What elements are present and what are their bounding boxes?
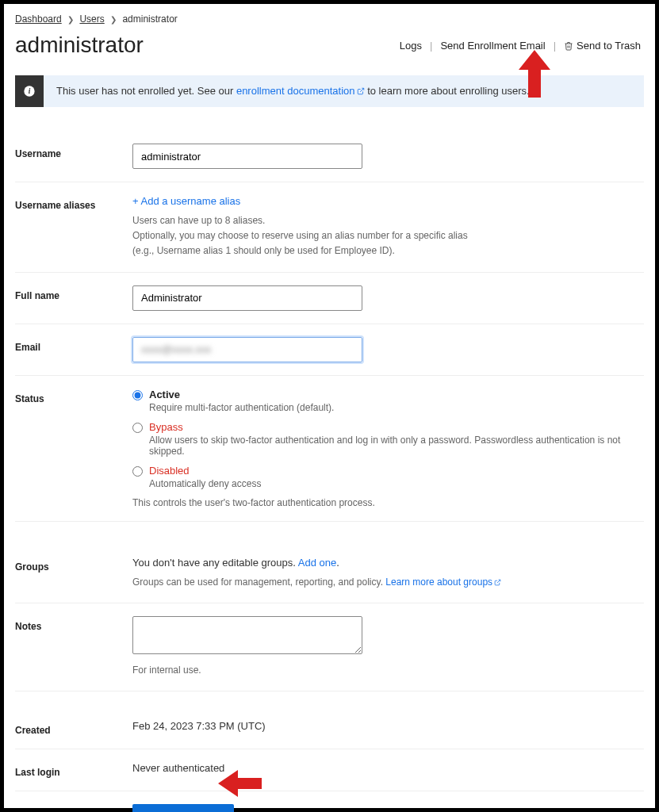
fullname-input[interactable]: [132, 285, 362, 311]
email-input-value-masked: xxxx@xxxx.xxx: [141, 343, 211, 355]
annotation-arrow-up: [519, 50, 550, 98]
page-title: administrator: [15, 33, 144, 58]
username-label: Username: [15, 144, 132, 159]
notes-help-text: For internal use.: [132, 663, 644, 678]
status-disabled-radio[interactable]: [132, 466, 143, 477]
groups-learn-more-link[interactable]: Learn more about groups: [385, 576, 501, 588]
breadcrumb-dashboard[interactable]: Dashboard: [15, 13, 62, 25]
annotation-arrow-right: [218, 770, 262, 797]
last-login-value: Never authenticated: [132, 762, 644, 774]
breadcrumb: Dashboard ❯ Users ❯ administrator: [15, 13, 644, 25]
send-to-trash-link[interactable]: Send to Trash: [561, 40, 644, 52]
breadcrumb-current: administrator: [122, 13, 177, 25]
svg-marker-4: [519, 50, 550, 98]
external-link-icon: [357, 87, 365, 95]
status-active-label: Active: [149, 389, 334, 400]
email-label: Email: [15, 337, 132, 353]
breadcrumb-users[interactable]: Users: [79, 13, 104, 25]
created-label: Created: [15, 720, 132, 736]
aliases-help-text: Users can have up to 8 aliases. Optional…: [132, 213, 644, 259]
external-link-icon: [494, 579, 501, 586]
info-icon: i: [15, 75, 44, 107]
status-active-radio[interactable]: [132, 390, 143, 400]
groups-help-prefix: Groups can be used for management, repor…: [132, 576, 385, 588]
chevron-right-icon: ❯: [110, 15, 117, 24]
groups-add-one-link[interactable]: Add one: [298, 557, 336, 569]
chevron-right-icon: ❯: [67, 15, 74, 24]
svg-line-3: [497, 580, 500, 583]
created-value: Feb 24, 2023 7:33 PM (UTC): [132, 720, 644, 732]
banner-text-suffix: to learn more about enrolling users.: [367, 85, 530, 97]
save-changes-button[interactable]: Save Changes: [132, 804, 234, 812]
plus-icon: +: [132, 195, 139, 207]
status-active-desc: Require multi-factor authentication (def…: [149, 402, 334, 413]
add-username-alias-link[interactable]: + Add a username alias: [132, 195, 644, 207]
status-bypass-desc: Allow users to skip two-factor authentic…: [149, 435, 644, 457]
svg-text:i: i: [29, 87, 31, 95]
status-disabled-desc: Automatically deny access: [149, 478, 261, 489]
groups-text: You don't have any editable groups.: [132, 557, 298, 569]
username-aliases-label: Username aliases: [15, 195, 132, 211]
notes-label: Notes: [15, 616, 132, 632]
svg-marker-5: [218, 770, 262, 797]
fullname-label: Full name: [15, 285, 132, 301]
email-input[interactable]: xxxx@xxxx.xxx: [132, 337, 362, 362]
username-input[interactable]: [132, 144, 362, 169]
last-login-label: Last login: [15, 762, 132, 778]
status-bypass-radio[interactable]: [132, 423, 143, 433]
status-bypass-label: Bypass: [149, 421, 644, 433]
banner-text-prefix: This user has not enrolled yet. See our: [56, 85, 236, 97]
groups-label: Groups: [15, 557, 132, 573]
notes-textarea[interactable]: [132, 616, 362, 654]
status-disabled-label: Disabled: [149, 465, 261, 477]
status-help-text: This controls the user's two-factor auth…: [132, 497, 644, 508]
trash-icon: [564, 41, 573, 51]
status-label: Status: [15, 389, 132, 404]
logs-link[interactable]: Logs: [397, 40, 425, 52]
svg-line-2: [360, 88, 364, 92]
enrollment-documentation-link[interactable]: enrollment documentation: [236, 85, 365, 97]
